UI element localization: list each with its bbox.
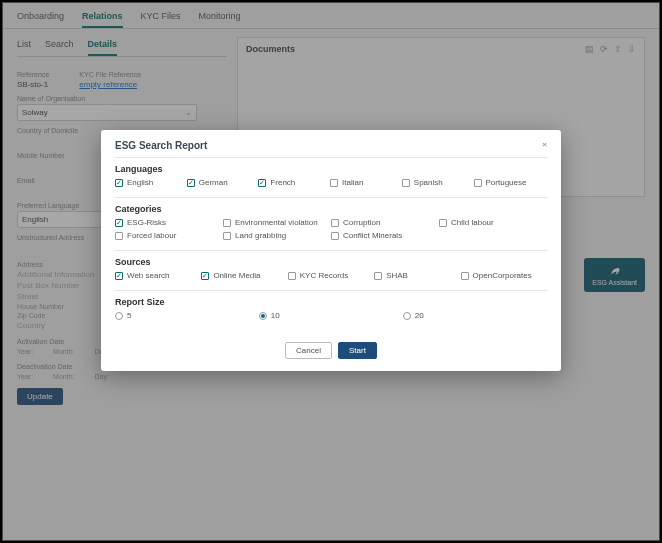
category-option-label: Child labour — [451, 218, 494, 227]
category-option-label: Environmental violation — [235, 218, 318, 227]
checkbox-icon — [331, 232, 339, 240]
source-option[interactable]: Online Media — [201, 271, 287, 280]
checkbox-icon — [331, 219, 339, 227]
source-option-label: Web search — [127, 271, 170, 280]
modal-backdrop[interactable]: ESG Search Report × Languages EnglishGer… — [0, 0, 662, 543]
report-size-label: Report Size — [115, 297, 547, 307]
checkbox-icon — [115, 179, 123, 187]
source-option-label: SHAB — [386, 271, 408, 280]
size-option[interactable]: 10 — [259, 311, 403, 320]
source-option-label: KYC Records — [300, 271, 348, 280]
source-option-label: OpenCorporates — [473, 271, 532, 280]
languages-section: Languages EnglishGermanFrenchItalianSpan… — [115, 157, 547, 197]
radio-icon — [403, 312, 411, 320]
source-option[interactable]: OpenCorporates — [461, 271, 547, 280]
source-option[interactable]: KYC Records — [288, 271, 374, 280]
categories-label: Categories — [115, 204, 547, 214]
category-option-label: Conflict Minerals — [343, 231, 402, 240]
language-option-label: German — [199, 178, 228, 187]
source-option[interactable]: Web search — [115, 271, 201, 280]
language-option-label: French — [270, 178, 295, 187]
report-size-section: Report Size 51020 — [115, 290, 547, 330]
checkbox-icon — [115, 219, 123, 227]
language-option-label: Portuguese — [486, 178, 527, 187]
category-option[interactable]: Child labour — [439, 218, 547, 227]
languages-label: Languages — [115, 164, 547, 174]
checkbox-icon — [461, 272, 469, 280]
category-option-label: Land grabbing — [235, 231, 286, 240]
size-option-label: 10 — [271, 311, 280, 320]
sources-section: Sources Web searchOnline MediaKYC Record… — [115, 250, 547, 290]
checkbox-icon — [115, 232, 123, 240]
checkbox-icon — [374, 272, 382, 280]
language-option[interactable]: Italian — [330, 178, 402, 187]
category-option[interactable]: Environmental violation — [223, 218, 331, 227]
category-option-label: Forced labour — [127, 231, 176, 240]
source-option-label: Online Media — [213, 271, 260, 280]
category-option-label: ESG-Risks — [127, 218, 166, 227]
checkbox-icon — [201, 272, 209, 280]
checkbox-icon — [402, 179, 410, 187]
size-option-label: 20 — [415, 311, 424, 320]
checkbox-icon — [258, 179, 266, 187]
category-option[interactable]: Conflict Minerals — [331, 231, 439, 240]
checkbox-icon — [223, 232, 231, 240]
language-option[interactable]: Spanish — [402, 178, 474, 187]
radio-icon — [259, 312, 267, 320]
checkbox-icon — [288, 272, 296, 280]
checkbox-icon — [330, 179, 338, 187]
sources-label: Sources — [115, 257, 547, 267]
checkbox-icon — [223, 219, 231, 227]
category-option-label: Corruption — [343, 218, 380, 227]
modal-title: ESG Search Report — [115, 140, 207, 151]
checkbox-icon — [474, 179, 482, 187]
category-option[interactable]: Land grabbing — [223, 231, 331, 240]
esg-search-modal: ESG Search Report × Languages EnglishGer… — [101, 130, 561, 371]
cancel-button[interactable]: Cancel — [285, 342, 332, 359]
size-option[interactable]: 5 — [115, 311, 259, 320]
language-option-label: Italian — [342, 178, 363, 187]
language-option[interactable]: German — [187, 178, 259, 187]
language-option-label: English — [127, 178, 153, 187]
radio-icon — [115, 312, 123, 320]
checkbox-icon — [115, 272, 123, 280]
close-icon[interactable]: × — [542, 140, 547, 151]
start-button[interactable]: Start — [338, 342, 377, 359]
source-option[interactable]: SHAB — [374, 271, 460, 280]
language-option-label: Spanish — [414, 178, 443, 187]
language-option[interactable]: French — [258, 178, 330, 187]
language-option[interactable]: English — [115, 178, 187, 187]
category-option[interactable]: Forced labour — [115, 231, 223, 240]
size-option[interactable]: 20 — [403, 311, 547, 320]
category-option[interactable]: ESG-Risks — [115, 218, 223, 227]
checkbox-icon — [187, 179, 195, 187]
checkbox-icon — [439, 219, 447, 227]
size-option-label: 5 — [127, 311, 131, 320]
categories-section: Categories ESG-RisksEnvironmental violat… — [115, 197, 547, 250]
language-option[interactable]: Portuguese — [474, 178, 546, 187]
category-option[interactable]: Corruption — [331, 218, 439, 227]
